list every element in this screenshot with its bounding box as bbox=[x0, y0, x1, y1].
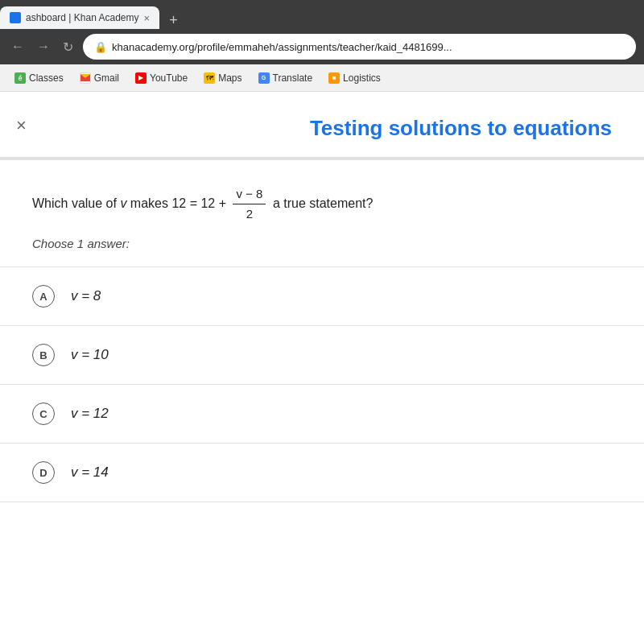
youtube-icon: ▶ bbox=[135, 72, 147, 84]
bookmark-logistics[interactable]: ■ Logistics bbox=[322, 71, 387, 85]
question-middle: makes 12 = 12 + bbox=[126, 196, 226, 210]
tab-bar: ashboard | Khan Academy × + bbox=[0, 0, 644, 29]
option-circle-c: C bbox=[32, 402, 55, 425]
tab-favicon bbox=[10, 12, 21, 23]
option-text-c: v = 12 bbox=[71, 406, 109, 422]
answer-option-b[interactable]: B v = 10 bbox=[0, 326, 644, 385]
answer-option-d[interactable]: D v = 14 bbox=[0, 444, 644, 502]
bookmarks-bar: é Classes Gmail ▶ YouTube 🗺 Maps G Trans… bbox=[0, 64, 644, 92]
question-text: Which value of v makes 12 = 12 + v − 8 2… bbox=[32, 184, 612, 224]
back-button[interactable]: ← bbox=[8, 38, 27, 56]
close-button[interactable]: × bbox=[16, 115, 27, 136]
translate-icon: G bbox=[258, 72, 270, 84]
url-text: khanacademy.org/profile/emmaheh/assignme… bbox=[112, 41, 452, 53]
bookmark-maps[interactable]: 🗺 Maps bbox=[197, 71, 248, 85]
lock-icon: 🔒 bbox=[94, 41, 107, 53]
bookmark-youtube[interactable]: ▶ YouTube bbox=[129, 71, 194, 85]
logistics-icon: ■ bbox=[328, 72, 340, 84]
refresh-button[interactable]: ↻ bbox=[60, 38, 76, 56]
gmail-icon bbox=[80, 72, 91, 84]
tab-close-button[interactable]: × bbox=[144, 12, 151, 24]
maps-icon: 🗺 bbox=[204, 72, 215, 84]
bookmark-youtube-label: YouTube bbox=[150, 72, 188, 84]
classes-icon: é bbox=[14, 72, 26, 84]
bookmark-gmail-label: Gmail bbox=[94, 72, 119, 84]
tab-title: ashboard | Khan Academy bbox=[26, 12, 139, 23]
bookmark-maps-label: Maps bbox=[218, 72, 242, 84]
option-text-b: v = 10 bbox=[71, 347, 109, 363]
question-area: Which value of v makes 12 = 12 + v − 8 2… bbox=[0, 160, 644, 266]
address-bar-row: ← → ↻ 🔒 khanacademy.org/profile/emmaheh/… bbox=[0, 29, 644, 64]
bookmark-classes-label: Classes bbox=[29, 72, 64, 84]
question-suffix: a true statement? bbox=[273, 196, 374, 210]
browser-chrome: ashboard | Khan Academy × + ← → ↻ 🔒 khan… bbox=[0, 0, 644, 92]
option-circle-d: D bbox=[32, 461, 55, 484]
page-content: × Testing solutions to equations Which v… bbox=[0, 92, 644, 644]
fraction-denominator: 2 bbox=[243, 204, 256, 224]
answer-option-a[interactable]: A v = 8 bbox=[0, 267, 644, 326]
address-box[interactable]: 🔒 khanacademy.org/profile/emmaheh/assign… bbox=[83, 34, 636, 60]
answer-option-c[interactable]: C v = 12 bbox=[0, 385, 644, 444]
new-tab-button[interactable]: + bbox=[163, 12, 184, 29]
bookmark-gmail[interactable]: Gmail bbox=[73, 71, 126, 85]
exercise-title: Testing solutions to equations bbox=[0, 92, 644, 159]
option-circle-b: B bbox=[32, 344, 55, 366]
bookmark-logistics-label: Logistics bbox=[343, 72, 381, 84]
option-text-a: v = 8 bbox=[71, 288, 101, 304]
exercise-container: × Testing solutions to equations Which v… bbox=[0, 92, 644, 644]
bookmark-translate-label: Translate bbox=[273, 72, 313, 84]
fraction: v − 8 2 bbox=[233, 184, 266, 224]
question-prefix: Which value of bbox=[32, 196, 120, 210]
forward-button[interactable]: → bbox=[34, 38, 53, 56]
bookmark-translate[interactable]: G Translate bbox=[252, 71, 320, 85]
active-tab[interactable]: ashboard | Khan Academy × bbox=[0, 6, 159, 29]
option-text-d: v = 14 bbox=[71, 464, 109, 481]
bookmark-classes[interactable]: é Classes bbox=[8, 71, 70, 85]
choose-label: Choose 1 answer: bbox=[32, 237, 612, 250]
fraction-numerator: v − 8 bbox=[233, 184, 266, 204]
option-circle-a: A bbox=[32, 285, 55, 308]
